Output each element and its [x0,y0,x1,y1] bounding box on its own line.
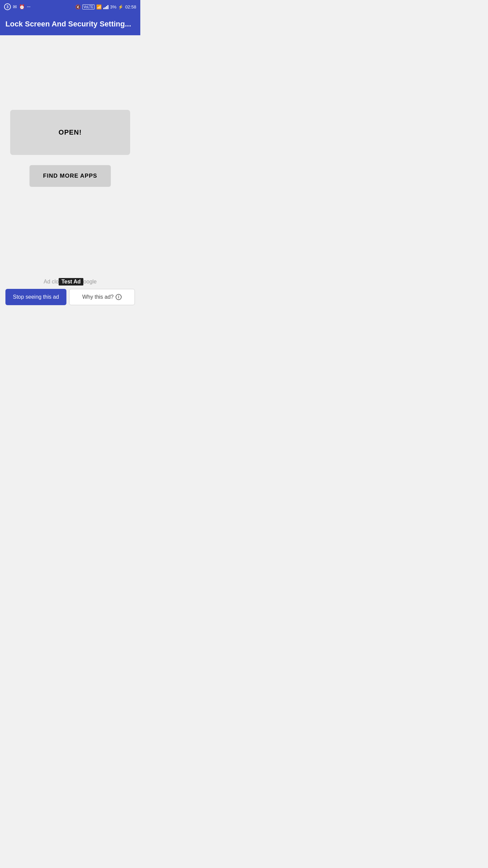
wifi-icon: 📶 [96,4,102,9]
time-display: 02:58 [125,4,136,9]
clock-icon: ⏰ [19,4,25,9]
notification-count: 3 [4,3,11,10]
ad-close-suffix: oogle [83,279,97,285]
ad-section: Ad clo Test Ad oogle Stop seeing this ad… [0,273,140,311]
app-bar: Lock Screen And Security Setting... [0,14,140,35]
find-more-apps-button[interactable]: FIND MORE APPS [29,165,111,187]
why-this-ad-button[interactable]: Why this ad? i [69,289,135,305]
ad-test-badge: Test Ad [59,278,83,285]
gmail-icon: ✉ [13,4,17,9]
status-right: 🔇 VoLTE 📶 3% ⚡ 02:58 [75,4,136,9]
battery-percent: 3% [110,4,117,9]
stop-seeing-ad-button[interactable]: Stop seeing this ad [5,289,66,305]
ad-buttons-row: Stop seeing this ad Why this ad? i [5,289,135,311]
page-title: Lock Screen And Security Setting... [5,20,135,28]
ad-close-row: Ad clo Test Ad oogle [44,278,97,285]
open-button[interactable]: OPEN! [10,110,130,155]
more-notifications-icon: ··· [27,4,30,10]
ad-close-prefix: Ad clo [44,279,59,285]
signal-bars [103,4,108,9]
mute-icon: 🔇 [75,4,81,9]
info-icon: i [116,294,122,300]
status-left: 3 ✉ ⏰ ··· [4,3,30,10]
battery-charging-icon: ⚡ [118,4,123,9]
main-content: OPEN! FIND MORE APPS [0,35,140,273]
volte-icon: VoLTE [82,4,94,9]
why-this-ad-label: Why this ad? [82,294,114,300]
status-bar: 3 ✉ ⏰ ··· 🔇 VoLTE 📶 3% ⚡ 02:58 [0,0,140,14]
